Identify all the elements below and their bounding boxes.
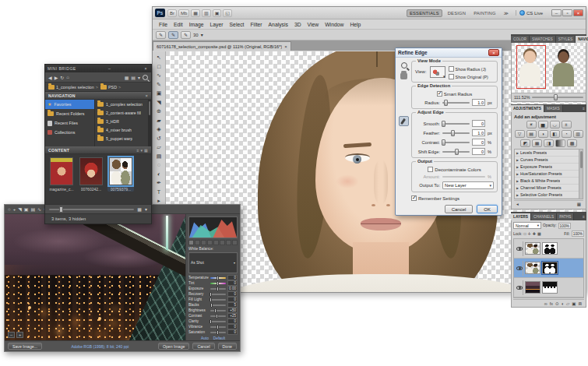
levels-icon[interactable]: ▅ <box>538 121 548 128</box>
tab-color[interactable]: COLOR <box>511 36 530 43</box>
tab-paths[interactable]: PATHS <box>557 213 574 220</box>
tool-1-icon[interactable]: □ <box>154 62 164 72</box>
exposure-icon[interactable]: ± <box>562 121 572 128</box>
close-pod-icon[interactable]: × <box>146 93 148 98</box>
fill-value[interactable]: 100% <box>572 231 584 237</box>
tool-11-icon[interactable]: ▤ <box>154 152 164 161</box>
camera-raw-tool-1-icon[interactable]: + <box>13 207 16 212</box>
new-layer-icon[interactable]: ▣ <box>572 301 576 306</box>
radius-slider[interactable] <box>442 102 470 104</box>
home-icon[interactable]: ⌂ <box>66 75 69 79</box>
save-image-button[interactable]: Save Image... <box>8 343 42 350</box>
lock-transparency-icon[interactable]: □ <box>523 231 526 236</box>
photo-filter-icon[interactable]: ◔ <box>562 130 572 138</box>
tab-layers[interactable]: LAYERS <box>511 213 531 220</box>
panel-menu-icon[interactable]: ≡ <box>581 213 586 220</box>
back-icon[interactable]: ◀ <box>48 75 52 80</box>
menu-item-10[interactable]: Help <box>347 21 364 28</box>
posterize-icon[interactable]: ▦ <box>532 139 542 147</box>
folder-row-3[interactable]: 4_mixer brush <box>95 125 148 134</box>
lock-all-icon[interactable]: ▩ <box>537 231 541 236</box>
content-thumb-1[interactable]: 00760242... <box>78 157 104 192</box>
preset-row[interactable]: ▶ Black & White Presets <box>515 178 579 185</box>
forward-icon[interactable]: ▶ <box>55 75 58 80</box>
tool-7-icon[interactable]: ▰ <box>154 116 164 125</box>
camera-raw-tool-3-icon[interactable]: ▣ <box>24 206 29 212</box>
new-group-icon[interactable]: ▱ <box>566 301 569 306</box>
tool-13-icon[interactable]: ◐ <box>154 170 164 179</box>
decontaminate-colors-checkbox[interactable] <box>428 167 433 172</box>
done-button[interactable]: Done <box>218 343 237 350</box>
workspace-0[interactable]: ESSENTIALS <box>407 9 442 17</box>
cs-live-button[interactable]: CS Live <box>516 10 546 16</box>
mini-bridge-title-bar[interactable]: MINI BRIDGE – × <box>45 65 151 72</box>
add-mask-icon[interactable]: ⊙ <box>555 301 559 306</box>
navigator-view-box[interactable] <box>516 45 546 89</box>
workspace-2[interactable]: PAINTING <box>471 10 498 16</box>
radius-slider-knob[interactable] <box>444 100 448 106</box>
folder-row-1[interactable]: 2_content-aware fill <box>95 108 148 117</box>
new-adjustment-icon[interactable]: ◐ <box>562 301 564 306</box>
preset-row[interactable]: ▶ Levels Presets <box>515 150 579 157</box>
breadcrumb-item-1[interactable]: PSD > <box>100 85 121 90</box>
menu-item-2[interactable]: Image <box>186 21 207 28</box>
workspace-more-icon[interactable]: ≫ <box>502 10 511 16</box>
quick-selection-add-icon[interactable]: ✎ <box>181 31 191 39</box>
menu-item-3[interactable]: Layer <box>207 21 227 28</box>
lock-pixels-icon[interactable]: ✛ <box>528 231 531 236</box>
ok-button[interactable]: OK <box>477 205 498 213</box>
layer-mask-thumbnail[interactable] <box>542 262 558 274</box>
preset-row[interactable]: ▶ Curves Presets <box>515 157 579 164</box>
menu-item-8[interactable]: View <box>305 21 322 28</box>
color-balance-icon[interactable]: ◑ <box>538 130 548 138</box>
app-bar-icon-5[interactable]: ◱ <box>223 9 232 17</box>
minimize-button[interactable]: – <box>551 9 562 16</box>
chevron-down-icon[interactable]: ▾ <box>138 75 140 80</box>
folder-row-2[interactable]: 3_HDR <box>95 117 148 125</box>
view-mode-thumbnail[interactable] <box>430 66 445 78</box>
tool-10-icon[interactable]: ▱ <box>154 143 164 152</box>
menu-item-4[interactable]: Select <box>227 21 248 28</box>
menu-item-9[interactable]: Window <box>322 21 347 28</box>
show-radius-checkbox[interactable] <box>449 66 454 72</box>
tab-masks[interactable]: MASKS <box>544 105 563 112</box>
app-bar-icon-0[interactable]: Br <box>167 9 177 17</box>
tab-navigator[interactable]: NAVIGATOR <box>576 36 588 43</box>
app-bar-icon-2[interactable]: ▦ <box>191 9 200 17</box>
tool-6-icon[interactable]: ⊕ <box>154 107 164 116</box>
tool-14-icon[interactable]: ✒ <box>154 178 164 188</box>
brush-picker-caret-icon[interactable]: ▾ <box>201 32 203 37</box>
expand-triangle-icon[interactable]: ▶ <box>516 165 519 169</box>
blend-mode-select[interactable]: Normal ▾ <box>513 222 541 229</box>
navigator-preview[interactable] <box>512 43 586 93</box>
camera-raw-tool-0-icon[interactable]: ○ <box>8 207 11 212</box>
tool-2-icon[interactable]: ∿ <box>154 71 164 80</box>
invert-icon[interactable]: ◩ <box>520 139 530 147</box>
grid-view-icon[interactable]: ▦ <box>125 75 129 80</box>
layer-row-1[interactable] <box>514 259 583 278</box>
basic-tab[interactable] <box>188 240 194 245</box>
sidebar-item-favorites[interactable]: ★ Favorites <box>45 100 94 109</box>
tool-3-icon[interactable]: ✎ <box>154 80 164 90</box>
document-tab[interactable]: 60716178_selection_composite.psd @ 111% … <box>153 41 291 51</box>
camera-raw-tool-2-icon[interactable]: ◥ <box>18 206 22 212</box>
threshold-icon[interactable]: ◨ <box>544 139 554 147</box>
cancel-button[interactable]: Cancel <box>192 343 214 350</box>
hue-saturation-icon[interactable]: ▤ <box>526 130 537 138</box>
tool-0-icon[interactable]: ↖ <box>154 53 164 62</box>
tool-4-icon[interactable]: ▣ <box>154 89 164 98</box>
layer-mask-thumbnail[interactable] <box>542 281 558 294</box>
radius-value[interactable]: 1.0 <box>472 99 485 106</box>
document-close-icon[interactable]: × <box>284 44 287 49</box>
folder-row-4[interactable]: 5_puppet warp <box>95 134 148 143</box>
layer-style-icon[interactable]: fx <box>550 301 553 306</box>
layer-mask-thumbnail[interactable] <box>542 242 558 255</box>
minimize-icon[interactable]: – <box>107 66 112 71</box>
tool-9-icon[interactable]: ↺ <box>154 134 164 143</box>
expand-triangle-icon[interactable]: ▶ <box>516 179 519 183</box>
workspace-1[interactable]: DESIGN <box>445 10 468 16</box>
opacity-value[interactable]: 100% <box>558 223 571 229</box>
layer-visibility-toggle[interactable] <box>516 241 523 256</box>
layer-thumbnail[interactable] <box>525 242 540 255</box>
expand-panel-icon[interactable]: ▦ <box>577 202 581 206</box>
